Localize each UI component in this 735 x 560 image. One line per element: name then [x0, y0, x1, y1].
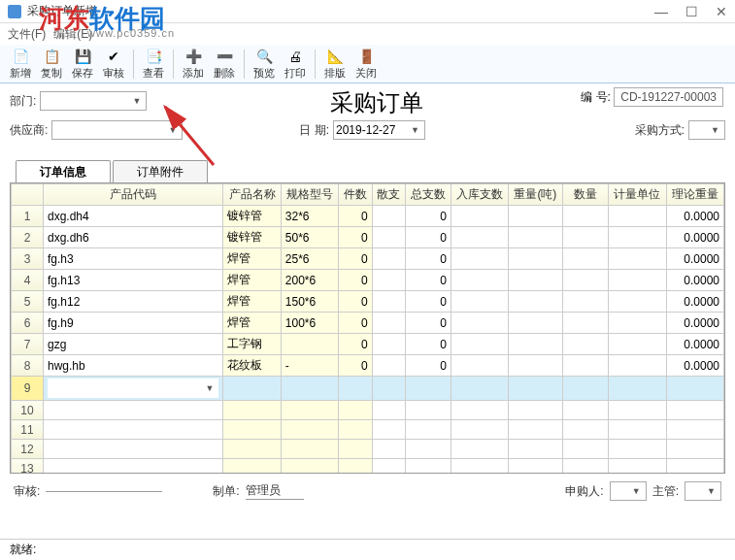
cell[interactable]: dxg.dh4: [44, 206, 223, 227]
cell[interactable]: [372, 227, 405, 248]
cell[interactable]: 0: [339, 270, 372, 291]
table-row-active[interactable]: 9▼: [12, 377, 724, 401]
cell[interactable]: [562, 401, 609, 420]
cell[interactable]: [451, 459, 508, 475]
cell[interactable]: [451, 248, 508, 270]
cell[interactable]: [451, 377, 508, 401]
cell[interactable]: [339, 440, 372, 459]
cell[interactable]: gzg: [44, 334, 223, 355]
cell[interactable]: 0.0000: [666, 227, 723, 248]
cell[interactable]: [223, 440, 281, 459]
add-button[interactable]: ➕添加: [179, 47, 208, 82]
date-combo[interactable]: ▼: [333, 120, 425, 140]
new-button[interactable]: 📄新增: [6, 47, 35, 82]
cell[interactable]: 0.0000: [666, 270, 723, 291]
cell[interactable]: [609, 459, 666, 475]
cell[interactable]: 0.0000: [666, 355, 723, 377]
cell[interactable]: [372, 313, 405, 334]
cell[interactable]: -: [281, 355, 338, 377]
table-row[interactable]: 4fg.h13焊管200*6000.0000: [12, 270, 724, 291]
preview-button[interactable]: 🔍预览: [250, 47, 279, 82]
col-header[interactable]: 理论重量: [666, 184, 723, 206]
cell[interactable]: [339, 420, 372, 440]
cell[interactable]: [339, 401, 372, 420]
col-header[interactable]: 产品名称: [223, 184, 281, 206]
cell[interactable]: [372, 377, 405, 401]
cell[interactable]: [451, 420, 508, 440]
table-row[interactable]: 7gzg工字钢000.0000: [12, 334, 724, 355]
close-button[interactable]: ✕: [716, 4, 727, 19]
cell[interactable]: [223, 420, 281, 440]
cell[interactable]: [451, 270, 508, 291]
cell[interactable]: [609, 313, 666, 334]
cell[interactable]: [372, 355, 405, 377]
cell[interactable]: 0.0000: [666, 334, 723, 355]
cell[interactable]: [509, 313, 562, 334]
table-row[interactable]: 12: [12, 440, 724, 459]
layout-button[interactable]: 📐排版: [320, 47, 350, 82]
table-row[interactable]: 5fg.h12焊管150*6000.0000: [12, 291, 724, 313]
cell[interactable]: [372, 440, 405, 459]
buyer-combo[interactable]: ▼: [610, 481, 647, 501]
col-header[interactable]: 散支: [372, 184, 405, 206]
cell[interactable]: [509, 440, 562, 459]
chevron-down-icon[interactable]: ▼: [629, 486, 644, 496]
cell[interactable]: [372, 291, 405, 313]
cell[interactable]: [509, 355, 562, 377]
cell[interactable]: [562, 420, 609, 440]
cell[interactable]: 0.0000: [666, 291, 723, 313]
supervisor-combo[interactable]: ▼: [685, 481, 721, 501]
maximize-button[interactable]: ☐: [685, 4, 698, 19]
view-button[interactable]: 📑查看: [139, 47, 168, 82]
cell[interactable]: [609, 401, 666, 420]
cell[interactable]: [609, 227, 666, 248]
cell[interactable]: 0: [405, 270, 451, 291]
cell[interactable]: [609, 377, 666, 401]
cell[interactable]: [44, 459, 223, 475]
cell[interactable]: [451, 206, 508, 227]
cell[interactable]: [451, 334, 508, 355]
cell[interactable]: fg.h13: [44, 270, 223, 291]
col-header[interactable]: 数量: [562, 184, 609, 206]
cell[interactable]: [562, 227, 609, 248]
cell[interactable]: 焊管: [223, 291, 281, 313]
cell[interactable]: [609, 270, 666, 291]
cell[interactable]: [609, 248, 666, 270]
cell[interactable]: 0.0000: [666, 206, 723, 227]
cell[interactable]: [372, 248, 405, 270]
cell[interactable]: [372, 334, 405, 355]
cell[interactable]: [509, 377, 562, 401]
cell[interactable]: [281, 420, 338, 440]
cell[interactable]: [562, 377, 609, 401]
cell[interactable]: [451, 401, 508, 420]
cell[interactable]: 0: [339, 248, 372, 270]
cell[interactable]: [339, 377, 372, 401]
table-row[interactable]: 8hwg.hb花纹板-000.0000: [12, 355, 724, 377]
cell[interactable]: [281, 401, 338, 420]
cell[interactable]: [509, 291, 562, 313]
cell[interactable]: [562, 334, 609, 355]
print-button[interactable]: 🖨打印: [281, 47, 310, 82]
cell[interactable]: [405, 440, 451, 459]
col-header[interactable]: 入库支数: [451, 184, 508, 206]
dept-combo[interactable]: ▼: [40, 91, 147, 111]
cell[interactable]: 0: [339, 291, 372, 313]
cell[interactable]: [405, 401, 451, 420]
buymethod-combo[interactable]: ▼: [688, 120, 725, 140]
cell[interactable]: [281, 334, 338, 355]
cell[interactable]: 镀锌管: [223, 206, 281, 227]
cell[interactable]: [339, 459, 372, 475]
chevron-down-icon[interactable]: ▼: [408, 125, 422, 135]
cell[interactable]: 0: [405, 227, 451, 248]
cell[interactable]: 0: [339, 355, 372, 377]
cell[interactable]: [509, 334, 562, 355]
cell[interactable]: [451, 227, 508, 248]
cell[interactable]: [509, 459, 562, 475]
cell[interactable]: [562, 440, 609, 459]
cell[interactable]: [44, 440, 223, 459]
cell[interactable]: [281, 377, 338, 401]
cell[interactable]: [562, 248, 609, 270]
menu-edit[interactable]: 编辑(E): [53, 26, 92, 43]
delete-button[interactable]: ➖删除: [210, 47, 239, 82]
cell[interactable]: [223, 459, 281, 475]
